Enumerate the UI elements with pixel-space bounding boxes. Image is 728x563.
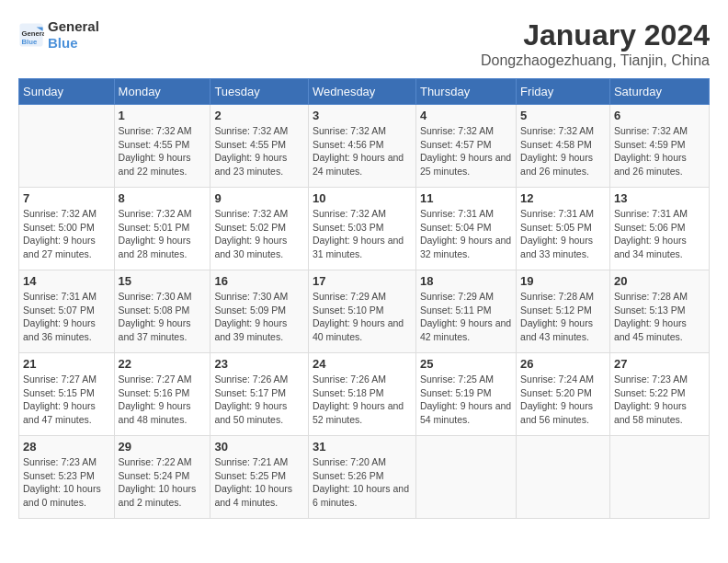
day-info: Sunrise: 7:22 AMSunset: 5:24 PMDaylight:… <box>119 455 207 510</box>
day-number: 27 <box>614 357 705 371</box>
day-info: Sunrise: 7:31 AMSunset: 5:04 PMDaylight:… <box>420 207 512 261</box>
calendar-cell: 7Sunrise: 7:32 AMSunset: 5:00 PMDaylight… <box>19 188 115 270</box>
calendar-title: January 2024 <box>481 18 710 52</box>
day-number: 21 <box>23 357 110 371</box>
calendar-week-row: 7Sunrise: 7:32 AMSunset: 5:00 PMDaylight… <box>19 188 710 270</box>
weekday-header: Monday <box>114 79 210 105</box>
day-info: Sunrise: 7:29 AMSunset: 5:10 PMDaylight:… <box>313 290 412 344</box>
day-info: Sunrise: 7:27 AMSunset: 5:15 PMDaylight:… <box>23 373 110 427</box>
weekday-header: Thursday <box>415 79 516 105</box>
day-info: Sunrise: 7:21 AMSunset: 5:25 PMDaylight:… <box>214 455 304 510</box>
day-number: 5 <box>520 109 606 122</box>
day-number: 2 <box>214 109 304 122</box>
weekday-header: Tuesday <box>210 79 309 105</box>
calendar-cell: 20Sunrise: 7:28 AMSunset: 5:13 PMDayligh… <box>609 270 709 353</box>
day-info: Sunrise: 7:23 AMSunset: 5:22 PMDaylight:… <box>614 373 705 427</box>
weekday-header: Sunday <box>19 79 115 105</box>
day-info: Sunrise: 7:20 AMSunset: 5:26 PMDaylight:… <box>313 455 412 510</box>
svg-text:Blue: Blue <box>22 38 38 46</box>
calendar-cell: 25Sunrise: 7:25 AMSunset: 5:19 PMDayligh… <box>415 353 516 436</box>
calendar-cell: 11Sunrise: 7:31 AMSunset: 5:04 PMDayligh… <box>415 188 516 270</box>
weekday-header: Friday <box>517 79 610 105</box>
day-number: 22 <box>119 357 207 371</box>
calendar-week-row: 14Sunrise: 7:31 AMSunset: 5:07 PMDayligh… <box>19 270 710 353</box>
calendar-cell <box>609 436 709 519</box>
day-number: 9 <box>214 191 304 205</box>
calendar-cell: 13Sunrise: 7:31 AMSunset: 5:06 PMDayligh… <box>609 188 709 270</box>
day-number: 29 <box>119 440 207 454</box>
day-number: 1 <box>119 109 207 122</box>
day-number: 3 <box>313 109 412 122</box>
day-info: Sunrise: 7:32 AMSunset: 4:55 PMDaylight:… <box>214 124 304 178</box>
day-info: Sunrise: 7:32 AMSunset: 5:02 PMDaylight:… <box>214 207 304 261</box>
logo-general: General <box>48 18 99 35</box>
calendar-cell <box>415 436 516 519</box>
calendar-cell: 23Sunrise: 7:26 AMSunset: 5:17 PMDayligh… <box>210 353 309 436</box>
calendar-cell: 24Sunrise: 7:26 AMSunset: 5:18 PMDayligh… <box>308 353 415 436</box>
calendar-cell: 29Sunrise: 7:22 AMSunset: 5:24 PMDayligh… <box>114 436 210 519</box>
day-info: Sunrise: 7:32 AMSunset: 5:01 PMDaylight:… <box>119 207 207 261</box>
day-number: 28 <box>23 440 110 454</box>
logo: General Blue General Blue <box>18 18 99 52</box>
calendar-cell: 22Sunrise: 7:27 AMSunset: 5:16 PMDayligh… <box>114 353 210 436</box>
weekday-header: Wednesday <box>308 79 415 105</box>
day-number: 13 <box>614 191 705 205</box>
calendar-cell <box>19 105 115 188</box>
day-info: Sunrise: 7:29 AMSunset: 5:11 PMDaylight:… <box>420 290 512 344</box>
day-number: 31 <box>313 440 412 454</box>
calendar-cell: 4Sunrise: 7:32 AMSunset: 4:57 PMDaylight… <box>415 105 516 188</box>
calendar-cell: 31Sunrise: 7:20 AMSunset: 5:26 PMDayligh… <box>308 436 415 519</box>
calendar-cell: 2Sunrise: 7:32 AMSunset: 4:55 PMDaylight… <box>210 105 309 188</box>
day-number: 7 <box>23 191 110 205</box>
day-number: 30 <box>214 440 304 454</box>
day-number: 4 <box>420 109 512 122</box>
day-info: Sunrise: 7:24 AMSunset: 5:20 PMDaylight:… <box>520 373 606 427</box>
calendar-cell: 27Sunrise: 7:23 AMSunset: 5:22 PMDayligh… <box>609 353 709 436</box>
day-info: Sunrise: 7:30 AMSunset: 5:09 PMDaylight:… <box>214 290 304 344</box>
day-info: Sunrise: 7:28 AMSunset: 5:12 PMDaylight:… <box>520 290 606 344</box>
calendar-cell: 12Sunrise: 7:31 AMSunset: 5:05 PMDayligh… <box>517 188 610 270</box>
day-info: Sunrise: 7:32 AMSunset: 4:56 PMDaylight:… <box>313 124 412 178</box>
calendar-cell: 6Sunrise: 7:32 AMSunset: 4:59 PMDaylight… <box>609 105 709 188</box>
title-block: January 2024 Dongzhaogezhuang, Tianjin, … <box>481 18 710 69</box>
day-number: 14 <box>23 274 110 288</box>
page-header: General Blue General Blue January 2024 D… <box>18 18 710 69</box>
day-number: 23 <box>214 357 304 371</box>
day-info: Sunrise: 7:32 AMSunset: 4:57 PMDaylight:… <box>420 124 512 178</box>
calendar-cell: 15Sunrise: 7:30 AMSunset: 5:08 PMDayligh… <box>114 270 210 353</box>
calendar-cell: 10Sunrise: 7:32 AMSunset: 5:03 PMDayligh… <box>308 188 415 270</box>
weekday-header-row: SundayMondayTuesdayWednesdayThursdayFrid… <box>19 79 710 105</box>
day-info: Sunrise: 7:32 AMSunset: 4:55 PMDaylight:… <box>119 124 207 178</box>
day-number: 12 <box>520 191 606 205</box>
day-info: Sunrise: 7:32 AMSunset: 5:00 PMDaylight:… <box>23 207 110 261</box>
calendar-cell: 30Sunrise: 7:21 AMSunset: 5:25 PMDayligh… <box>210 436 309 519</box>
calendar-cell: 16Sunrise: 7:30 AMSunset: 5:09 PMDayligh… <box>210 270 309 353</box>
day-number: 8 <box>119 191 207 205</box>
day-number: 24 <box>313 357 412 371</box>
weekday-header: Saturday <box>609 79 709 105</box>
day-number: 6 <box>614 109 705 122</box>
day-info: Sunrise: 7:31 AMSunset: 5:05 PMDaylight:… <box>520 207 606 261</box>
logo-icon: General Blue <box>18 22 44 48</box>
day-number: 20 <box>614 274 705 288</box>
calendar-week-row: 21Sunrise: 7:27 AMSunset: 5:15 PMDayligh… <box>19 353 710 436</box>
calendar-cell: 9Sunrise: 7:32 AMSunset: 5:02 PMDaylight… <box>210 188 309 270</box>
calendar-cell: 14Sunrise: 7:31 AMSunset: 5:07 PMDayligh… <box>19 270 115 353</box>
day-info: Sunrise: 7:30 AMSunset: 5:08 PMDaylight:… <box>119 290 207 344</box>
calendar-week-row: 28Sunrise: 7:23 AMSunset: 5:23 PMDayligh… <box>19 436 710 519</box>
day-number: 25 <box>420 357 512 371</box>
day-number: 26 <box>520 357 606 371</box>
day-number: 18 <box>420 274 512 288</box>
day-info: Sunrise: 7:31 AMSunset: 5:07 PMDaylight:… <box>23 290 110 344</box>
day-info: Sunrise: 7:26 AMSunset: 5:18 PMDaylight:… <box>313 373 412 427</box>
calendar-cell: 1Sunrise: 7:32 AMSunset: 4:55 PMDaylight… <box>114 105 210 188</box>
calendar-cell: 21Sunrise: 7:27 AMSunset: 5:15 PMDayligh… <box>19 353 115 436</box>
calendar-cell <box>517 436 610 519</box>
svg-text:General: General <box>22 29 45 38</box>
day-info: Sunrise: 7:23 AMSunset: 5:23 PMDaylight:… <box>23 455 110 510</box>
calendar-subtitle: Dongzhaogezhuang, Tianjin, China <box>481 52 710 69</box>
day-info: Sunrise: 7:28 AMSunset: 5:13 PMDaylight:… <box>614 290 705 344</box>
day-info: Sunrise: 7:31 AMSunset: 5:06 PMDaylight:… <box>614 207 705 261</box>
day-info: Sunrise: 7:27 AMSunset: 5:16 PMDaylight:… <box>119 373 207 427</box>
calendar-week-row: 1Sunrise: 7:32 AMSunset: 4:55 PMDaylight… <box>19 105 710 188</box>
